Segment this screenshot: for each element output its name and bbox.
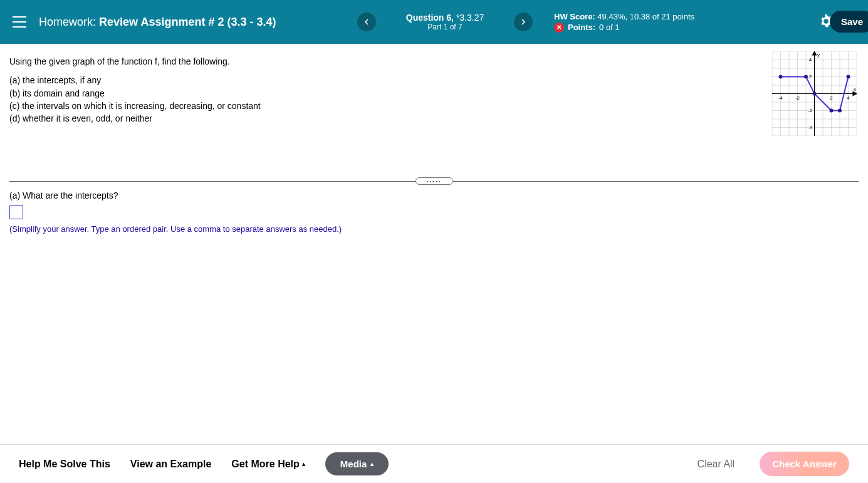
- svg-point-32: [847, 75, 850, 79]
- points-label: Points:: [568, 23, 595, 32]
- get-more-help-label: Get More Help: [231, 459, 299, 470]
- svg-point-28: [804, 75, 808, 79]
- question-ref: *3.3.27: [456, 13, 484, 23]
- content-divider: •••••: [0, 181, 868, 182]
- get-more-help-button[interactable]: Get More Help ▴: [231, 459, 305, 470]
- tick-neg4y: -4: [808, 125, 813, 130]
- tick-pos4x: 4: [847, 95, 850, 101]
- view-example-button[interactable]: View an Example: [130, 459, 212, 470]
- tick-pos2y: 2: [809, 74, 812, 80]
- caret-up-icon: ▴: [370, 460, 374, 467]
- media-button[interactable]: Media ▴: [325, 452, 389, 475]
- problem-text: Using the given graph of the function f,…: [9, 55, 859, 125]
- x-axis-label: x: [854, 86, 856, 92]
- media-label: Media: [340, 459, 367, 469]
- svg-point-31: [838, 109, 842, 113]
- hamburger-menu-icon[interactable]: [6, 10, 33, 34]
- question-number-line: Question 6, *3.3.27: [382, 13, 508, 23]
- footer-toolbar: Help Me Solve This View an Example Get M…: [0, 444, 868, 483]
- homework-name: Review Assignment # 2 (3.3 - 3.4): [99, 16, 276, 28]
- divider-handle[interactable]: •••••: [416, 177, 453, 185]
- part-c: (c) the intervals on which it is increas…: [9, 100, 859, 112]
- svg-point-27: [779, 75, 783, 79]
- answer-area: (a) What are the intercepts? (Simplify y…: [0, 190, 868, 234]
- points-value: 0 of 1: [599, 23, 620, 32]
- clear-all-button[interactable]: Clear All: [698, 459, 735, 470]
- hw-score-line: HW Score: 49.43%, 10.38 of 21 points: [554, 12, 694, 21]
- answer-hint: (Simplify your answer. Type an ordered p…: [9, 224, 859, 234]
- tick-neg2y: -2: [808, 108, 813, 113]
- problem-intro: Using the given graph of the function f,…: [9, 55, 859, 68]
- question-content: Using the given graph of the function f,…: [0, 44, 868, 125]
- question-number: Question 6,: [406, 13, 454, 23]
- tick-neg4x: -4: [778, 95, 783, 101]
- incorrect-icon: ✕: [554, 23, 564, 33]
- next-question-button[interactable]: [514, 13, 533, 31]
- save-button[interactable]: Save: [830, 11, 868, 33]
- subquestion-prompt: (a) What are the intercepts?: [9, 190, 859, 200]
- hw-score-value: 49.43%, 10.38 of 21 points: [597, 12, 694, 21]
- homework-label: Homework:: [39, 16, 96, 28]
- part-b: (b) its domain and range: [9, 87, 859, 100]
- svg-point-29: [813, 92, 817, 96]
- top-header: Homework: Review Assignment # 2 (3.3 - 3…: [0, 0, 868, 44]
- intercepts-input[interactable]: [9, 205, 23, 219]
- score-block: HW Score: 49.43%, 10.38 of 21 points ✕ P…: [554, 11, 694, 34]
- graph-thumbnail[interactable]: -4 -2 2 4 4 2 -2 -4 x y: [772, 51, 857, 136]
- assignment-title: Homework: Review Assignment # 2 (3.3 - 3…: [39, 16, 276, 29]
- svg-text:2: 2: [830, 95, 833, 101]
- tick-neg2x: -2: [795, 95, 800, 101]
- check-answer-button[interactable]: Check Answer: [760, 452, 849, 476]
- footer-right: Clear All Check Answer: [698, 452, 849, 476]
- hw-score-label: HW Score:: [554, 12, 595, 21]
- svg-marker-23: [853, 92, 857, 96]
- svg-marker-25: [813, 51, 817, 55]
- part-a: (a) the intercepts, if any: [9, 74, 859, 86]
- caret-up-icon: ▴: [302, 460, 305, 467]
- question-nav: Question 6, *3.3.27 Part 1 of 7: [357, 13, 533, 31]
- prev-question-button[interactable]: [357, 13, 376, 31]
- y-axis-label: y: [817, 52, 820, 58]
- points-line: ✕ Points: 0 of 1: [554, 23, 694, 33]
- help-me-solve-button[interactable]: Help Me Solve This: [19, 459, 110, 470]
- tick-pos4y: 4: [809, 57, 812, 63]
- part-label: Part 1 of 7: [382, 23, 508, 31]
- svg-point-30: [830, 109, 834, 113]
- question-info: Question 6, *3.3.27 Part 1 of 7: [382, 13, 508, 31]
- problem-parts: (a) the intercepts, if any (b) its domai…: [9, 74, 859, 125]
- part-d: (d) whether it is even, odd, or neither: [9, 112, 859, 125]
